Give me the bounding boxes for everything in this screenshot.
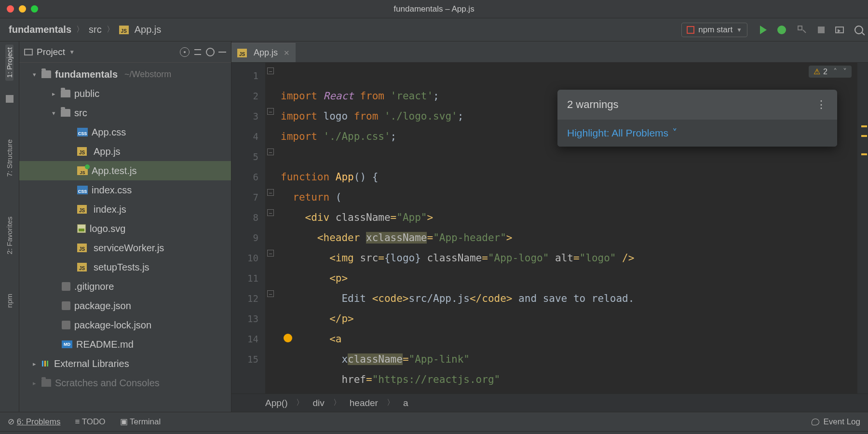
json-file-icon: [62, 321, 70, 329]
close-tab-icon[interactable]: ✕: [284, 49, 290, 57]
crumb-a[interactable]: a: [403, 398, 408, 408]
fold-icon[interactable]: –: [267, 209, 274, 216]
run-coverage-icon[interactable]: [797, 25, 807, 35]
gear-icon[interactable]: [206, 48, 215, 56]
fold-icon[interactable]: –: [267, 68, 274, 74]
crumb-header[interactable]: header: [350, 398, 378, 408]
tree-root[interactable]: ▾ fundamentals ~/Webstorm: [19, 65, 231, 84]
tree-item-setup-tests[interactable]: JS setupTests.js: [19, 258, 231, 277]
fold-icon[interactable]: –: [267, 108, 274, 115]
svg-rect-2: [47, 361, 48, 366]
warning-marker[interactable]: [861, 125, 867, 127]
todo-tool-tab[interactable]: ≡ TODO: [75, 417, 105, 427]
tree-label: setupTests.js: [94, 262, 149, 273]
select-opened-file-icon[interactable]: [180, 47, 190, 57]
image-file-icon: [77, 224, 86, 233]
code-breadcrumb[interactable]: App() 〉 div 〉 header 〉 a: [231, 393, 868, 412]
tree-item-app-js[interactable]: JS App.js: [19, 142, 231, 161]
project-tree[interactable]: ▾ fundamentals ~/Webstorm ▸ public ▾ src…: [19, 63, 231, 412]
inspection-count: 2: [823, 68, 827, 76]
fold-icon[interactable]: –: [267, 250, 274, 257]
tree-label: logo.svg: [90, 223, 126, 234]
prev-problem-icon[interactable]: ˄: [833, 67, 837, 76]
chevron-down-icon[interactable]: ▼: [69, 49, 75, 55]
tree-label: public: [74, 88, 99, 99]
hide-tool-window-icon[interactable]: [218, 52, 226, 53]
chevron-down-icon: ˅: [672, 127, 678, 139]
tree-item-index-js[interactable]: JS index.js: [19, 200, 231, 219]
next-problem-icon[interactable]: ˅: [843, 67, 847, 76]
close-window-icon[interactable]: [7, 5, 14, 13]
problems-tool-tab[interactable]: ⊘ 6: Problems: [8, 417, 60, 427]
structure-tool-tab[interactable]: 7: Structure: [5, 136, 14, 180]
terminal-tool-tab[interactable]: ▣ Terminal: [120, 417, 161, 427]
inspection-widget[interactable]: ⚠ 2 ˄ ˅: [809, 66, 852, 78]
tree-item-src[interactable]: ▾ src: [19, 103, 231, 122]
crumb-div[interactable]: div: [312, 398, 324, 408]
event-log-icon: [812, 419, 819, 425]
warning-marker[interactable]: [861, 135, 867, 137]
tree-item-index-css[interactable]: CSS index.css: [19, 180, 231, 200]
debug-button-icon[interactable]: [777, 26, 786, 34]
warning-marker[interactable]: [861, 153, 867, 155]
caret-down-icon[interactable]: ▾: [31, 71, 38, 78]
fold-icon[interactable]: –: [267, 290, 274, 297]
minimize-window-icon[interactable]: [19, 5, 26, 13]
tree-item-logo-svg[interactable]: logo.svg: [19, 219, 231, 238]
caret-down-icon[interactable]: ▾: [50, 109, 57, 117]
tree-item-scratches[interactable]: ▸ Scratches and Consoles: [19, 373, 231, 393]
code-area[interactable]: 123456789101112131415 – – – – – – – impo…: [231, 63, 868, 393]
maximize-window-icon[interactable]: [31, 5, 38, 13]
stop-button-icon[interactable]: [818, 27, 825, 33]
run-target-icon[interactable]: [835, 27, 844, 33]
event-log-tool-tab[interactable]: Event Log: [812, 417, 860, 427]
tree-item-app-css[interactable]: CSS App.css: [19, 122, 231, 142]
editor-pane: JS App.js ✕ 123456789101112131415 – – – …: [231, 41, 868, 412]
npm-tool-tab[interactable]: npm: [5, 291, 14, 311]
tree-item-package-json[interactable]: package.json: [19, 296, 231, 315]
problems-popup[interactable]: 2 warnings ⋮ Highlight: All Problems ˅: [557, 90, 837, 147]
error-stripe[interactable]: [857, 63, 868, 393]
breadcrumb-file[interactable]: App.js: [135, 24, 162, 35]
more-options-icon[interactable]: ⋮: [816, 98, 827, 111]
folder-icon: [61, 109, 70, 117]
caret-right-icon[interactable]: ▸: [31, 380, 38, 387]
tree-item-gitignore[interactable]: .gitignore: [19, 277, 231, 296]
tree-item-external-libraries[interactable]: ▸ External Libraries: [19, 354, 231, 373]
fold-gutter[interactable]: – – – – – – –: [265, 63, 277, 393]
tree-item-package-lock[interactable]: package-lock.json: [19, 315, 231, 335]
tree-item-public[interactable]: ▸ public: [19, 84, 231, 103]
fold-icon[interactable]: –: [267, 149, 274, 155]
css-file-icon: CSS: [77, 186, 88, 194]
caret-right-icon[interactable]: ▸: [50, 90, 57, 97]
npm-icon: [687, 26, 694, 34]
breadcrumb-src[interactable]: src: [89, 24, 102, 35]
run-button-icon[interactable]: [760, 26, 767, 34]
project-tool-tab[interactable]: 1: Project: [5, 44, 14, 81]
warning-icon: ⊘: [8, 417, 14, 426]
run-config-label: npm start: [698, 25, 732, 35]
crumb-fn[interactable]: App(): [265, 398, 287, 408]
highlight-level-selector[interactable]: Highlight: All Problems ˅: [557, 120, 837, 147]
project-view-label[interactable]: Project: [37, 47, 65, 57]
collapse-all-icon[interactable]: [193, 48, 202, 56]
breadcrumb-root[interactable]: fundamentals: [9, 24, 71, 35]
favorites-tool-tab[interactable]: 2: Favorites: [5, 214, 14, 257]
gitignore-file-icon: [62, 282, 70, 291]
fold-icon[interactable]: –: [267, 189, 274, 196]
left-tool-strip: 1: Project 7: Structure 2: Favorites npm: [0, 41, 19, 412]
search-everywhere-icon[interactable]: [854, 26, 863, 34]
status-bar: Attribute xclassName is not allowed here…: [0, 431, 868, 434]
folder-icon: [41, 379, 51, 387]
tree-item-readme[interactable]: MD README.md: [19, 335, 231, 354]
svg-rect-1: [44, 361, 46, 366]
tree-label: index.js: [94, 204, 126, 215]
warning-icon: ⚠: [814, 67, 820, 76]
js-file-icon: JS: [77, 244, 87, 252]
editor-tab-app-js[interactable]: JS App.js ✕: [231, 43, 296, 62]
editor-tabbar: JS App.js ✕: [231, 41, 868, 63]
tree-item-app-test-js[interactable]: JS App.test.js: [19, 161, 231, 180]
tree-item-service-worker[interactable]: JS serviceWorker.js: [19, 238, 231, 258]
caret-right-icon[interactable]: ▸: [31, 360, 38, 367]
run-config-selector[interactable]: npm start ▼: [681, 23, 747, 37]
